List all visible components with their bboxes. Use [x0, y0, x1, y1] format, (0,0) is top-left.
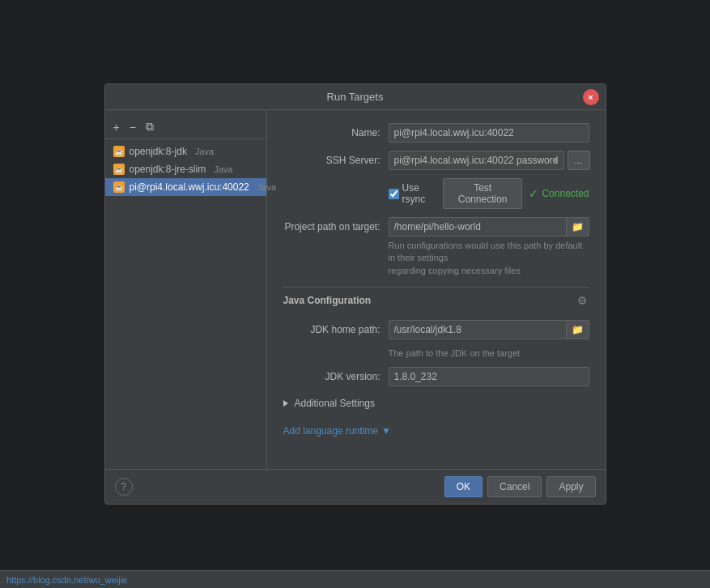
java-icon-1: ☕ — [113, 164, 125, 175]
jdk-home-input-wrap: 📁 — [389, 320, 589, 339]
connected-status: ✓ Connected — [529, 187, 589, 200]
additional-settings-label: Additional Settings — [295, 398, 375, 409]
apply-button[interactable]: Apply — [546, 476, 595, 497]
rsync-row: Use rsync Test Connection ✓ Connected — [389, 178, 589, 209]
name-label: Name: — [283, 127, 389, 138]
check-icon: ✓ — [529, 187, 538, 200]
run-targets-dialog: Run Targets × + − ⧉ ☕ openjdk:8-jdk Java… — [104, 83, 606, 505]
ssh-server-label: SSH Server: — [283, 155, 389, 166]
sidebar-item-label-2: pi@rpi4.local.wwj.icu:40022 — [130, 181, 249, 193]
rsync-checkbox[interactable] — [389, 189, 399, 199]
triangle-icon — [283, 400, 288, 407]
dialog-title: Run Targets — [327, 91, 384, 103]
project-path-hint: Run configurations would use this path b… — [389, 240, 589, 277]
sidebar-item-label-1: openjdk:8-jre-slim — [130, 164, 206, 175]
additional-settings-toggle[interactable]: Additional Settings — [283, 394, 589, 412]
add-language-arrow: ▼ — [381, 425, 391, 437]
add-target-button[interactable]: + — [110, 119, 123, 135]
sidebar-toolbar: + − ⧉ — [105, 115, 266, 139]
java-config-title: Java Configuration — [283, 295, 372, 306]
java-icon-2: ☕ — [113, 181, 125, 193]
sidebar-item-label-0: openjdk:8-jdk — [130, 146, 187, 157]
project-path-label: Project path on target: — [283, 221, 389, 232]
folder-icon: 📁 — [572, 221, 584, 232]
hint-line2: regarding copying necessary files — [389, 266, 521, 275]
project-path-browse-button[interactable]: 📁 — [567, 217, 589, 236]
jdk-version-input[interactable] — [389, 367, 589, 386]
jdk-home-row: JDK home path: 📁 — [283, 320, 589, 339]
jdk-version-row: JDK version: — [283, 367, 589, 386]
jdk-home-browse-button[interactable]: 📁 — [567, 320, 589, 339]
jdk-home-hint: The path to the JDK on the target — [389, 347, 589, 360]
project-path-row: Project path on target: 📁 — [283, 217, 589, 236]
copy-target-button[interactable]: ⧉ — [142, 118, 157, 135]
name-input[interactable] — [389, 123, 589, 143]
ssh-server-select[interactable]: pi@rpi4.local.wwj.icu:40022 password — [389, 151, 564, 170]
project-path-input[interactable] — [389, 217, 567, 236]
sidebar-item-openjdk-8-jre-slim[interactable]: ☕ openjdk:8-jre-slim Java — [105, 160, 266, 178]
sidebar-item-openjdk-8-jdk[interactable]: ☕ openjdk:8-jdk Java — [105, 143, 266, 160]
statusbar: https://blog.csdn.net/wu_weijie — [0, 570, 710, 588]
jdk-version-label: JDK version: — [283, 371, 389, 382]
sidebar-item-badge-0: Java — [195, 147, 214, 156]
dialog-body: + − ⧉ ☕ openjdk:8-jdk Java ☕ openjdk:8-j… — [105, 110, 606, 469]
ssh-server-row: SSH Server: pi@rpi4.local.wwj.icu:40022 … — [283, 151, 589, 170]
footer-left: ? — [115, 478, 133, 496]
java-config-gear-button[interactable]: ⚙ — [576, 292, 589, 309]
jdk-home-input[interactable] — [389, 320, 567, 339]
jdk-home-label: JDK home path: — [283, 324, 389, 335]
dialog-close-button[interactable]: × — [583, 89, 599, 105]
footer-right: OK Cancel Apply — [444, 476, 596, 497]
folder-icon-jdk: 📁 — [572, 324, 584, 335]
ok-button[interactable]: OK — [444, 476, 483, 497]
ssh-more-button[interactable]: ... — [568, 151, 590, 170]
add-language-label: Add language runtime — [283, 425, 378, 437]
dialog-backdrop: Run Targets × + − ⧉ ☕ openjdk:8-jdk Java… — [0, 0, 710, 588]
connected-label: Connected — [542, 188, 589, 199]
remove-target-button[interactable]: − — [126, 119, 139, 135]
rsync-checkbox-label[interactable]: Use rsync — [389, 182, 436, 205]
add-language-runtime-button[interactable]: Add language runtime ▼ — [283, 422, 391, 440]
dialog-footer: ? OK Cancel Apply — [105, 469, 606, 504]
path-input-wrap: 📁 — [389, 217, 589, 236]
sidebar-item-badge-1: Java — [214, 164, 232, 174]
cancel-button[interactable]: Cancel — [487, 476, 542, 497]
java-config-section-header: Java Configuration ⚙ — [283, 287, 589, 313]
help-button[interactable]: ? — [115, 478, 133, 496]
rsync-label-text: Use rsync — [402, 182, 436, 205]
statusbar-url[interactable]: https://blog.csdn.net/wu_weijie — [6, 575, 127, 585]
hint-line1: Run configurations would use this path b… — [389, 241, 583, 262]
ssh-server-controls: pi@rpi4.local.wwj.icu:40022 password ... — [389, 151, 590, 170]
content-area: Name: SSH Server: pi@rpi4.local.wwj.icu:… — [267, 110, 606, 469]
name-row: Name: — [283, 123, 589, 143]
sidebar-item-pi-rpi4[interactable]: ☕ pi@rpi4.local.wwj.icu:40022 Java — [105, 178, 266, 196]
dialog-titlebar: Run Targets × — [105, 84, 606, 110]
test-connection-button[interactable]: Test Connection — [443, 178, 523, 209]
ssh-select-wrap: pi@rpi4.local.wwj.icu:40022 password — [389, 151, 564, 170]
sidebar: + − ⧉ ☕ openjdk:8-jdk Java ☕ openjdk:8-j… — [105, 110, 267, 469]
java-icon-0: ☕ — [113, 146, 125, 157]
